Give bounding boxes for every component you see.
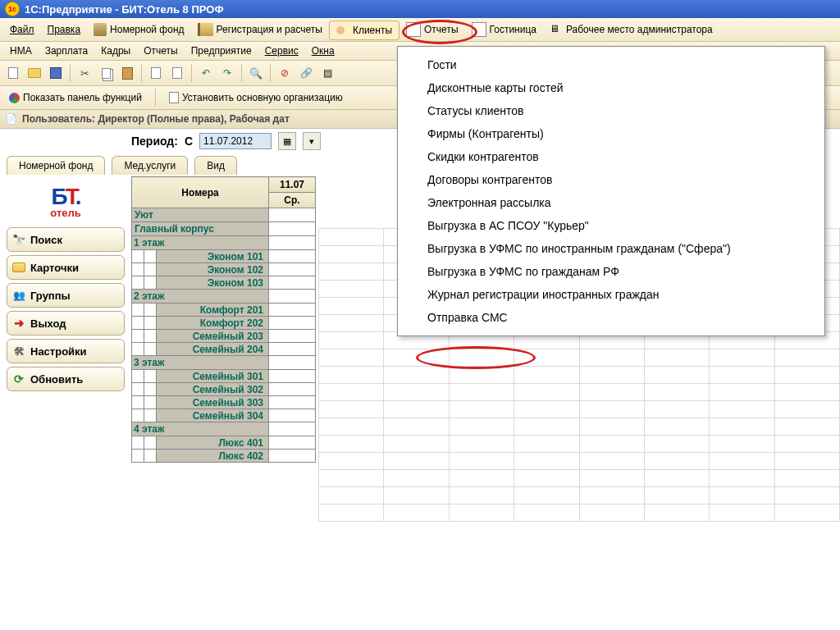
floor-row[interactable]: 2 этаж xyxy=(132,290,269,304)
save-button[interactable] xyxy=(46,63,66,83)
period-dropdown-button[interactable]: ▾ xyxy=(303,132,321,150)
folder-icon xyxy=(28,68,41,78)
floor-row[interactable]: 4 этаж xyxy=(132,422,269,436)
person-icon xyxy=(336,24,349,37)
floor-row[interactable]: 1 этаж xyxy=(132,236,269,250)
sidebar-settings-button[interactable]: 🛠Настройки xyxy=(7,339,125,363)
menu-item-export-ufms-rf[interactable]: Выгрузка в УФМС по гражданам РФ xyxy=(398,260,824,283)
user-info-text: Пользователь: Директор (Полные права), Р… xyxy=(22,113,290,125)
building-row[interactable]: Главный корпус xyxy=(132,222,269,236)
tb-btn-d[interactable]: ↷ xyxy=(217,63,237,83)
period-date-input[interactable] xyxy=(199,133,272,149)
tb-btn-stop[interactable]: ⊘ xyxy=(275,63,294,83)
menu-item-guests[interactable]: Гости xyxy=(398,53,824,76)
day-cell[interactable] xyxy=(269,409,316,422)
floor-row[interactable]: 3 этаж xyxy=(132,356,269,370)
menu-rooms[interactable]: Номерной фонд xyxy=(87,18,190,41)
menu-item-send-sms[interactable]: Отправка СМС xyxy=(398,306,824,329)
tb-btn-link[interactable]: 🔗 xyxy=(296,63,316,83)
day-cell[interactable] xyxy=(269,396,316,409)
sidebar-cards-button[interactable]: Карточки xyxy=(7,255,125,280)
sidebar-search-button[interactable]: 🔭Поиск xyxy=(7,227,125,252)
day-cell[interactable] xyxy=(269,276,316,290)
menu-admin-workplace[interactable]: 🖥Рабочее место администратора xyxy=(543,18,719,41)
day-cell[interactable] xyxy=(269,222,316,236)
tb-btn-list[interactable]: ▤ xyxy=(317,63,337,83)
day-cell[interactable] xyxy=(269,422,316,436)
show-functions-panel-button[interactable]: Показать панель функций xyxy=(3,88,148,107)
sidebar-groups-button[interactable]: 👥Группы xyxy=(7,283,125,308)
day-cell[interactable] xyxy=(269,450,316,463)
room-row[interactable]: Семейный 304 xyxy=(132,409,316,422)
tb-btn-e[interactable]: 🔍 xyxy=(246,63,266,83)
menu-clients[interactable]: Клиенты xyxy=(329,21,399,40)
room-row[interactable]: Семейный 302 xyxy=(132,383,316,396)
menu-file[interactable]: Файл xyxy=(3,18,41,41)
menu-edit[interactable]: Правка xyxy=(41,18,88,41)
room-row[interactable]: Комфорт 202 xyxy=(132,317,316,330)
calendar-button[interactable]: ▦ xyxy=(278,132,296,150)
room-row[interactable]: Эконом 102 xyxy=(132,263,316,276)
menu-nma[interactable]: НМА xyxy=(3,42,39,60)
menu-item-mailing[interactable]: Электронная рассылка xyxy=(398,191,824,214)
list-icon: ▤ xyxy=(323,67,332,79)
paste-icon xyxy=(122,67,133,80)
toolbar-separator xyxy=(141,64,142,82)
day-cell[interactable] xyxy=(269,304,316,317)
menu-item-client-statuses[interactable]: Статусы клиентов xyxy=(398,99,824,122)
room-row[interactable]: Эконом 103 xyxy=(132,276,316,290)
day-cell[interactable] xyxy=(269,290,316,304)
menu-item-foreign-journal[interactable]: Журнал регистрации иностранных граждан xyxy=(398,283,824,306)
open-button[interactable] xyxy=(25,63,44,83)
menu-item-firms[interactable]: Фирмы (Контрагенты) xyxy=(398,122,824,145)
set-main-org-button[interactable]: Установить основную организацию xyxy=(163,88,349,107)
day-cell[interactable] xyxy=(269,208,316,222)
menu-item-discount-cards[interactable]: Дисконтные карты гостей xyxy=(398,76,824,99)
menu-hr[interactable]: Кадры xyxy=(94,42,137,60)
room-row[interactable]: Семейный 301 xyxy=(132,370,316,383)
menu-item-contracts[interactable]: Договоры контрагентов xyxy=(398,168,824,191)
menu-service[interactable]: Сервис xyxy=(258,42,305,60)
menu-item-discounts[interactable]: Скидки контрагентов xyxy=(398,145,824,168)
tab-rooms[interactable]: Номерной фонд xyxy=(7,156,105,175)
room-row[interactable]: Семейный 203 xyxy=(132,330,316,343)
copy-button[interactable] xyxy=(96,63,116,83)
day-cell[interactable] xyxy=(269,356,316,370)
room-row[interactable]: Люкс 401 xyxy=(132,436,316,450)
paste-button[interactable] xyxy=(117,63,137,83)
tb-btn-b[interactable] xyxy=(167,63,187,83)
toolbar-separator xyxy=(70,64,71,82)
room-row[interactable]: Эконом 101 xyxy=(132,250,316,263)
menu-enterprise[interactable]: Предприятие xyxy=(185,42,258,60)
room-row[interactable]: Семейный 204 xyxy=(132,343,316,356)
day-cell[interactable] xyxy=(269,236,316,250)
menu-item-export-courier[interactable]: Выгрузка в АС ПСОУ "Курьер" xyxy=(398,214,824,237)
day-cell[interactable] xyxy=(269,343,316,356)
tab-view[interactable]: Вид xyxy=(194,156,237,175)
room-row[interactable]: Комфорт 201 xyxy=(132,304,316,317)
day-cell[interactable] xyxy=(269,370,316,383)
sidebar-refresh-button[interactable]: ⟳Обновить xyxy=(7,367,125,391)
menu-hotel[interactable]: Гостиница xyxy=(465,18,543,41)
day-cell[interactable] xyxy=(269,330,316,343)
cut-button[interactable]: ✂ xyxy=(75,63,94,83)
menu-salary[interactable]: Зарплата xyxy=(39,42,95,60)
tb-btn-c[interactable]: ↶ xyxy=(196,63,216,83)
category-row[interactable]: Уют xyxy=(132,208,269,222)
room-row[interactable]: Семейный 303 xyxy=(132,396,316,409)
tab-med[interactable]: Мед.услуги xyxy=(112,156,188,175)
day-cell[interactable] xyxy=(269,250,316,263)
sidebar-exit-button[interactable]: ➜Выход xyxy=(7,311,125,336)
menu-reports2[interactable]: Отчеты xyxy=(137,42,184,60)
day-cell[interactable] xyxy=(269,263,316,276)
tb-btn-a[interactable] xyxy=(146,63,166,83)
menu-registration[interactable]: Регистрация и расчеты xyxy=(191,18,329,41)
menu-windows[interactable]: Окна xyxy=(305,42,341,60)
new-button[interactable] xyxy=(3,63,23,83)
day-cell[interactable] xyxy=(269,383,316,396)
room-row[interactable]: Люкс 402 xyxy=(132,450,316,463)
menu-reports[interactable]: Отчеты xyxy=(399,18,464,41)
day-cell[interactable] xyxy=(269,317,316,330)
menu-item-export-ufms-foreign[interactable]: Выгрузка в УФМС по иностранным гражданам… xyxy=(398,237,824,260)
day-cell[interactable] xyxy=(269,436,316,450)
